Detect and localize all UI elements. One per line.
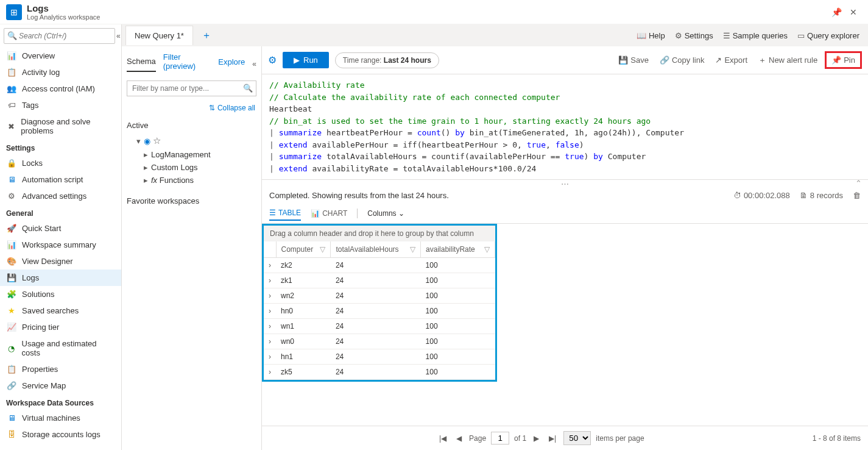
nav-item-view-designer[interactable]: 🎨View Designer — [0, 253, 121, 270]
nav-item-locks[interactable]: 🔒Locks — [0, 155, 121, 171]
view-tab-chart[interactable]: 📊CHART — [311, 207, 347, 220]
column-header-availabilityrate[interactable]: availabilityRate▽ — [421, 241, 495, 258]
table-row[interactable]: ›zk124100 — [264, 273, 495, 288]
query-tab-active[interactable]: New Query 1* — [125, 26, 193, 45]
nav-item-label: Solutions — [22, 290, 54, 299]
expand-row-button[interactable]: › — [264, 258, 276, 273]
toolbar-action-copy-link[interactable]: 🔗Copy link — [656, 51, 708, 69]
pin-window-button[interactable]: 📌 — [828, 7, 845, 17]
favorite-star-icon[interactable]: ☆ — [153, 135, 161, 146]
filter-icon[interactable]: ▽ — [410, 245, 415, 254]
nav-item-diagnose-and-solve-problems[interactable]: ✖Diagnose and solve problems — [0, 113, 121, 139]
first-page-button[interactable]: |◀ — [437, 434, 449, 443]
expand-results-button[interactable]: ⌃ — [855, 179, 862, 188]
toolbar-action-new-alert-rule[interactable]: ＋New alert rule — [755, 51, 821, 69]
tree-node-functions[interactable]: ▸fx Functions — [127, 174, 256, 187]
schema-tab-filter[interactable]: Filter (preview) — [163, 52, 211, 76]
table-row[interactable]: ›hn124100 — [264, 349, 495, 365]
tree-section-favorites: Favorite workspaces — [127, 193, 256, 209]
last-page-button[interactable]: ▶| — [546, 434, 559, 443]
toolbar-action-save[interactable]: 💾Save — [615, 51, 652, 69]
nav-item-pricing-tier[interactable]: 📈Pricing tier — [0, 319, 121, 335]
nav-item-icon: 🎨 — [6, 257, 17, 266]
nav-item-virtual-machines[interactable]: 🖥Virtual machines — [0, 410, 121, 426]
time-range-picker[interactable]: Time range: Last 24 hours — [335, 52, 439, 68]
nav-item-tags[interactable]: 🏷Tags — [0, 97, 121, 113]
logs-app-icon: ⊞ — [6, 4, 22, 20]
filter-icon[interactable]: ▽ — [320, 245, 325, 254]
run-button[interactable]: ▶ Run — [283, 52, 329, 68]
page-summary: 1 - 8 of 8 items — [813, 434, 861, 443]
group-drop-hint[interactable]: Drag a column header and drop it here to… — [264, 226, 495, 241]
expand-row-button[interactable]: › — [264, 365, 276, 380]
tree-node-custom-logs[interactable]: ▸Custom Logs — [127, 161, 256, 174]
expand-row-button[interactable]: › — [264, 349, 276, 365]
collapse-nav-button[interactable]: « — [116, 32, 121, 40]
nav-item-icon: 💾 — [6, 273, 17, 282]
schema-filter-input[interactable] — [127, 80, 256, 96]
table-row[interactable]: ›wn124100 — [264, 319, 495, 334]
nav-section-general: General — [0, 204, 121, 220]
expand-row-button[interactable]: › — [264, 319, 276, 334]
tabbar-link-sample-queries[interactable]: ☰Sample queries — [718, 31, 792, 40]
page-size-select[interactable]: 50 — [563, 431, 591, 445]
action-icon: 💾 — [618, 55, 628, 65]
nav-item-activity-log[interactable]: 📋Activity log — [0, 64, 121, 80]
schema-tab-explore[interactable]: Explore — [218, 57, 245, 71]
column-header-totalavailablehours[interactable]: totalAvailableHours▽ — [331, 241, 421, 258]
expand-row-button[interactable]: › — [264, 334, 276, 349]
toolbar-action-pin[interactable]: 📌Pin — [825, 51, 862, 69]
query-editor[interactable]: // Availability rate// Calculate the ava… — [262, 74, 868, 180]
nav-item-label: Tags — [22, 101, 38, 110]
add-tab-button[interactable]: ＋ — [196, 26, 217, 46]
view-tab-table[interactable]: ☰TABLE — [269, 206, 301, 221]
resize-handle[interactable]: ⋯ ⌃ — [262, 180, 868, 187]
nav-item-logs[interactable]: 💾Logs — [0, 270, 121, 286]
tabbar-link-help[interactable]: 📖Help — [632, 31, 670, 40]
resource-search-input[interactable] — [4, 28, 115, 44]
nav-item-solutions[interactable]: 🧩Solutions — [0, 286, 121, 302]
collapse-all-button[interactable]: ⇅Collapse all — [122, 101, 261, 115]
close-window-button[interactable]: ✕ — [845, 7, 862, 17]
table-row[interactable]: ›zk224100 — [264, 258, 495, 273]
nav-item-properties[interactable]: 📋Properties — [0, 361, 121, 377]
expand-row-button[interactable]: › — [264, 304, 276, 319]
nav-item-automation-script[interactable]: 🖥Automation script — [0, 171, 121, 188]
tree-node-logmanagement[interactable]: ▸LogManagement — [127, 148, 256, 161]
filter-icon[interactable]: ⚙ — [268, 54, 277, 66]
delete-results-button[interactable]: 🗑 — [853, 191, 861, 200]
nav-item-advanced-settings[interactable]: ⚙Advanced settings — [0, 188, 121, 204]
action-icon: 🔗 — [660, 55, 669, 65]
expand-row-button[interactable]: › — [264, 288, 276, 304]
schema-tab-schema[interactable]: Schema — [127, 57, 156, 72]
toolbar-action-export[interactable]: ↗Export — [711, 51, 751, 69]
next-page-button[interactable]: ▶ — [531, 434, 542, 443]
nav-item-workspace-summary[interactable]: 📊Workspace summary — [0, 237, 121, 253]
nav-section-wds: Workspace Data Sources — [0, 394, 121, 410]
nav-item-access-control-iam-[interactable]: 👥Access control (IAM) — [0, 80, 121, 97]
nav-item-overview[interactable]: 📊Overview — [0, 48, 121, 64]
tree-workspace[interactable]: ▾◉ ☆ — [127, 134, 256, 148]
column-header-computer[interactable]: Computer▽ — [276, 241, 331, 258]
nav-item-usage-and-estimated-costs[interactable]: ◔Usage and estimated costs — [0, 335, 121, 361]
filter-icon[interactable]: ▽ — [484, 245, 490, 254]
table-row[interactable]: ›hn024100 — [264, 304, 495, 319]
nav-item-icon: ◔ — [6, 344, 17, 353]
table-row[interactable]: ›wn024100 — [264, 334, 495, 349]
nav-item-storage-accounts-logs[interactable]: 🗄Storage accounts logs — [0, 426, 121, 443]
pager: |◀ ◀ Page of 1 ▶ ▶| 50 items per page 1 … — [262, 426, 868, 450]
tabbar-link-query-explorer[interactable]: ▭Query explorer — [792, 31, 864, 40]
action-icon: ＋ — [758, 55, 766, 66]
table-row[interactable]: ›wn224100 — [264, 288, 495, 304]
nav-item-saved-searches[interactable]: ★Saved searches — [0, 302, 121, 319]
page-input[interactable] — [491, 432, 509, 445]
nav-item-quick-start[interactable]: 🚀Quick Start — [0, 220, 121, 237]
expand-row-button[interactable]: › — [264, 273, 276, 288]
prev-page-button[interactable]: ◀ — [454, 434, 464, 443]
tabbar-link-settings[interactable]: ⚙Settings — [670, 31, 718, 40]
schema-collapse-button[interactable]: « — [252, 60, 256, 68]
record-count: 🗎8 records — [800, 191, 843, 200]
columns-picker[interactable]: Columns ⌄ — [367, 209, 404, 218]
table-row[interactable]: ›zk524100 — [264, 365, 495, 380]
nav-item-service-map[interactable]: 🔗Service Map — [0, 377, 121, 394]
